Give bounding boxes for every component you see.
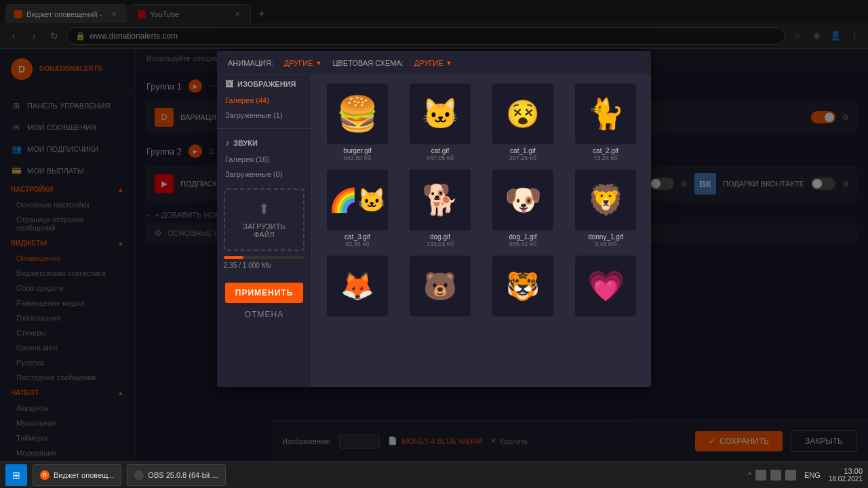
sound-section-icon: ♪: [225, 138, 229, 148]
upload-zone[interactable]: ⬆ ЗАГРУЗИТЬ ФАЙЛ: [224, 188, 304, 251]
taskbar-date: 18.02.2021: [829, 475, 863, 483]
uploaded-item[interactable]: Загруженные (1): [217, 108, 311, 123]
taskbar-icon-1: D: [40, 470, 50, 480]
gallery-label: Галерея (44): [225, 96, 269, 104]
gallery-item-extra1[interactable]: 🦊: [320, 256, 395, 319]
tray-icon-3: [770, 470, 781, 481]
thumb-cat: 🐱: [410, 83, 471, 144]
upload-icon: ⬆: [258, 201, 270, 217]
progress-bg: [224, 256, 304, 259]
gallery-grid: 🍔 burger.gif 842,50 Кб 🐱 cat.gif 447,05 …: [312, 75, 651, 327]
animation-label: АНИМАЦИЯ:: [228, 59, 273, 67]
thumb-extra1: 🦊: [327, 256, 388, 317]
gallery-item[interactable]: Галерея (44): [217, 93, 311, 108]
size-cat1: 207,25 Кб: [509, 155, 536, 161]
animation-select[interactable]: ДРУГИЕ ▼: [284, 59, 322, 67]
size-dog: 133,03 Кб: [427, 241, 454, 247]
progress-fill: [224, 256, 243, 259]
taskbar: ⊞ D Виджет оповещ... OBS 25.0.8 (64-bit …: [0, 461, 868, 488]
sounds-section-header: ♪ ЗВУКИ: [217, 134, 311, 152]
thumb-extra2: 🐻: [410, 256, 471, 317]
upload-progress: 2,35 / 1 000 Mb: [224, 256, 304, 269]
thumb-dog: 🐕: [410, 169, 471, 230]
sounds-uploaded-label: Загруженные (0): [225, 170, 283, 178]
color-select[interactable]: ДРУГИЕ ▼: [414, 59, 452, 67]
name-donny1: donny_1.gif: [588, 233, 623, 241]
thumb-cat1: 😵: [492, 83, 553, 144]
gallery-item-dog[interactable]: 🐕 dog.gif 133,03 Кб: [403, 169, 477, 247]
thumb-heart: 💗: [575, 256, 636, 317]
taskbar-right: ^ ENG 13:00 18.02.2021: [748, 467, 863, 483]
name-cat: cat.gif: [431, 147, 450, 155]
taskbar-label-1: Виджет оповещ...: [54, 471, 114, 479]
start-button[interactable]: ⊞: [5, 464, 27, 486]
gallery-scroll[interactable]: 🍔 burger.gif 842,50 Кб 🐱 cat.gif 447,05 …: [312, 75, 651, 387]
thumb-cat2: 🐈: [575, 83, 636, 144]
modal-topbar: АНИМАЦИЯ: ДРУГИЕ ▼ ЦВЕТОВАЯ СХЕМА: ДРУГИ…: [217, 51, 651, 75]
gallery-item-cat2[interactable]: 🐈 cat_2.gif 73,24 Кб: [568, 83, 643, 161]
modal-left-sidebar: 🖼 ИЗОБРАЖЕНИЯ Галерея (44) Загруженные (…: [217, 75, 312, 387]
thumb-dog1: 🐶: [492, 169, 553, 230]
thumb-donny1: 🦁: [575, 169, 636, 230]
gallery-item-extra3[interactable]: 🐯: [486, 256, 560, 319]
taskbar-label-obs: OBS 25.0.8 (64-bit ...: [148, 471, 218, 479]
tray-icon-4: [785, 470, 796, 481]
upload-section: ⬆ ЗАГРУЗИТЬ ФАЙЛ 2,35 / 1 000 Mb: [217, 182, 311, 276]
taskbar-item-1[interactable]: D Виджет оповещ...: [33, 464, 121, 486]
progress-text: 2,35 / 1 000 Mb: [224, 262, 304, 269]
gallery-item-donny1[interactable]: 🦁 donny_1.gif 3,48 Мб: [568, 169, 643, 247]
color-label: ЦВЕТОВАЯ СХЕМА:: [332, 59, 403, 67]
gallery-item-cat[interactable]: 🐱 cat.gif 447,05 Кб: [403, 83, 477, 161]
sounds-uploaded-item[interactable]: Загруженные (0): [217, 167, 311, 182]
modal-dialog: АНИМАЦИЯ: ДРУГИЕ ▼ ЦВЕТОВАЯ СХЕМА: ДРУГИ…: [217, 51, 651, 387]
gallery-item-cat1[interactable]: 😵 cat_1.gif 207,25 Кб: [486, 83, 560, 161]
name-dog1: dog_1.gif: [509, 233, 536, 241]
color-arrow: ▼: [446, 60, 452, 66]
cancel-label: ОТМЕНА: [245, 310, 283, 319]
name-dog: dog.gif: [430, 233, 450, 241]
tray-icon-1: ^: [748, 471, 751, 479]
sounds-gallery-label: Галерея (16): [225, 155, 269, 163]
gallery-item-cat3[interactable]: 🌈🐱 cat_3.gif 62,35 Кб: [320, 169, 395, 247]
name-burger: burger.gif: [343, 147, 372, 155]
size-cat3: 62,35 Кб: [345, 241, 369, 247]
size-cat: 447,05 Кб: [427, 155, 454, 161]
thumb-burger: 🍔: [327, 83, 388, 144]
taskbar-clock: 13:00 18.02.2021: [829, 467, 863, 483]
name-cat3: cat_3.gif: [344, 233, 370, 241]
size-dog1: 685,42 Кб: [509, 241, 536, 247]
images-section-header: 🖼 ИЗОБРАЖЕНИЯ: [217, 75, 311, 93]
thumb-extra3: 🐯: [492, 256, 553, 317]
sounds-gallery-item[interactable]: Галерея (16): [217, 152, 311, 167]
uploaded-label: Загруженные (1): [225, 111, 283, 119]
cancel-button[interactable]: ОТМЕНА: [225, 307, 303, 322]
apply-button[interactable]: ПРИМЕНИТЬ: [225, 283, 303, 303]
gallery-item-dog1[interactable]: 🐶 dog_1.gif 685,42 Кб: [486, 169, 560, 247]
modal-gallery-area: 🍔 burger.gif 842,50 Кб 🐱 cat.gif 447,05 …: [312, 75, 651, 387]
gallery-item-extra2[interactable]: 🐻: [403, 256, 477, 319]
taskbar-icon-obs: [134, 470, 144, 480]
tray-icon-2: [755, 470, 766, 481]
name-cat1: cat_1.gif: [510, 147, 536, 155]
taskbar-item-obs[interactable]: OBS 25.0.8 (64-bit ...: [127, 464, 225, 486]
modal-overlay[interactable]: АНИМАЦИЯ: ДРУГИЕ ▼ ЦВЕТОВАЯ СХЕМА: ДРУГИ…: [0, 0, 868, 488]
color-value: ДРУГИЕ: [414, 59, 443, 67]
size-burger: 842,50 Кб: [344, 155, 371, 161]
animation-value: ДРУГИЕ: [284, 59, 313, 67]
size-cat2: 73,24 Кб: [593, 155, 617, 161]
divider-1: [217, 128, 311, 129]
gallery-item-heart[interactable]: 💗: [568, 256, 643, 319]
modal-buttons: ПРИМЕНИТЬ ОТМЕНА: [217, 276, 311, 329]
taskbar-time: 13:00: [829, 467, 863, 475]
gallery-item-burger[interactable]: 🍔 burger.gif 842,50 Кб: [320, 83, 395, 161]
thumb-cat3: 🌈🐱: [327, 169, 388, 230]
taskbar-lang: ENG: [804, 471, 821, 479]
modal-inner: 🖼 ИЗОБРАЖЕНИЯ Галерея (44) Загруженные (…: [217, 75, 651, 387]
image-section-icon: 🖼: [225, 79, 233, 89]
size-donny1: 3,48 Мб: [595, 241, 617, 247]
name-cat2: cat_2.gif: [593, 147, 618, 155]
upload-label: ЗАГРУЗИТЬ ФАЙЛ: [236, 222, 292, 239]
apply-label: ПРИМЕНИТЬ: [235, 288, 294, 298]
images-header-text: ИЗОБРАЖЕНИЯ: [237, 80, 296, 88]
tray-icons: ^: [748, 470, 796, 481]
